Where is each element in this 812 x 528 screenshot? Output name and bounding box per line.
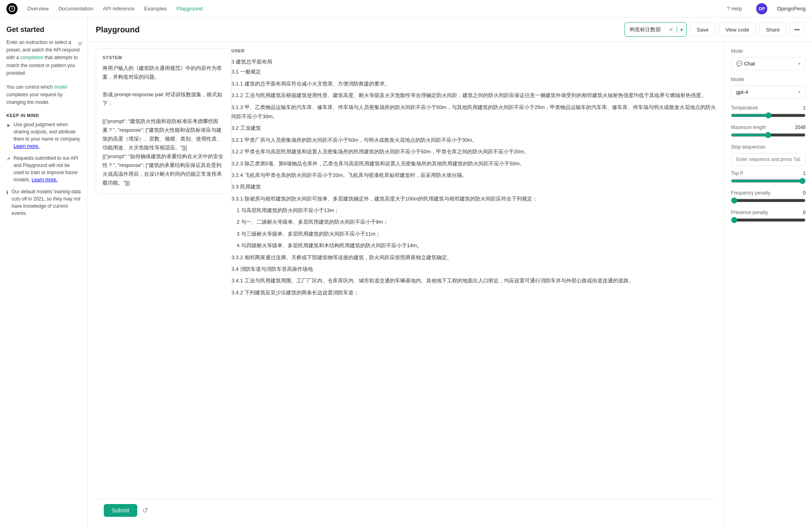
- sidebar-close-button[interactable]: ✕: [77, 40, 83, 48]
- temperature-label: Temperature: [731, 105, 758, 111]
- temperature-value: 1: [803, 105, 806, 111]
- help-button[interactable]: ? Help: [727, 6, 742, 12]
- sidebar-desc2: You can control which model completes yo…: [6, 83, 81, 107]
- info-icon: ℹ: [6, 189, 8, 196]
- preset-chevron-icon[interactable]: ▾: [677, 27, 686, 33]
- user-content-line: 2 与一、二级耐火等级单、多层民用建筑的防火间距不应小于9m；: [231, 217, 716, 226]
- bottom-bar: Submit ↺: [96, 499, 716, 522]
- nav-playground[interactable]: Playground: [176, 6, 203, 12]
- model-label: Model: [731, 77, 806, 82]
- nav-api-reference[interactable]: API reference: [103, 6, 135, 12]
- system-column: SYSTEM 将用户输入的《建筑防火通用规范》中的内容作为答案，并构造对应的问题…: [96, 48, 231, 499]
- help-icon: ?: [727, 6, 729, 12]
- user-content-line: 3.2.2 甲类仓库与高层民用建筑和设置人员密集场所的民用建筑的防火间距不应小于…: [231, 147, 716, 156]
- top-p-slider[interactable]: [731, 178, 806, 184]
- nav-documentation[interactable]: Documentation: [58, 6, 93, 12]
- user-content-line: 4 与四级耐火等级单、多层民用建筑和木结构民用建筑的防火间距不应小于14m。: [231, 241, 716, 250]
- mode-select[interactable]: 💬 Chat ▾: [731, 57, 806, 70]
- api-icon: ↗: [6, 155, 10, 163]
- learn-more-link-2[interactable]: Learn more.: [32, 177, 57, 183]
- presence-penalty-label: Presence penalty: [731, 210, 768, 215]
- model-chevron-icon: ▾: [798, 90, 800, 94]
- user-content-line: 3.1.2 工业与民用建筑应根据建筑使用性质、建筑高度、耐火等级及火灾危险性等合…: [231, 91, 716, 100]
- user-content[interactable]: 3 建筑总平面布局3.1 一般规定3.1.1 建筑的总平面布局应符合减小火灾危害…: [231, 57, 716, 297]
- page-title: Playground: [96, 25, 621, 34]
- user-content-line: 3.4.1 工业与民用建筑周围、工厂厂区内、仓库库区内、城市轨道交通的车辆基地内…: [231, 276, 716, 285]
- user-content-line: 1 与高层民用建筑的防火间距不应小于13m；: [231, 206, 716, 215]
- help-label: Help: [731, 6, 742, 12]
- user-avatar[interactable]: DP: [756, 3, 767, 14]
- user-content-line: 3.1.1 建筑的总平面布局应符合减小火灾危害、方便消防救援的要求。: [231, 79, 716, 88]
- max-length-value: 2048: [795, 125, 806, 130]
- user-content-line: 3.4 消防车道与消防车登高操作场地: [231, 264, 716, 274]
- logo: [6, 3, 18, 14]
- chat-bubble-icon: 💬: [736, 61, 744, 67]
- top-p-value: 1: [803, 171, 806, 176]
- user-content-line: 3 建筑总平面布局: [231, 57, 716, 66]
- playground-area: SYSTEM 将用户输入的《建筑防火通用规范》中的内容作为答案，并构造对应的问题…: [88, 42, 812, 528]
- view-code-button[interactable]: View code: [719, 22, 756, 37]
- sidebar-item-2: ↗ Requests submitted to our API and Play…: [6, 155, 81, 183]
- user-content-line: 3.1 一般规定: [231, 67, 716, 76]
- right-panel: Mode 💬 Chat ▾ Model gpt-4 ▾ Temperature: [724, 42, 812, 528]
- share-button[interactable]: Share: [759, 22, 787, 37]
- top-p-label: Top P: [731, 171, 743, 176]
- presence-penalty-slider[interactable]: [731, 217, 806, 223]
- mode-value: Chat: [744, 61, 755, 67]
- user-content-line: 3.2.4 飞机库与甲类仓库的防火间距不应小于20m。飞机库与喷漆机库贴邻建造时…: [231, 171, 716, 180]
- sidebar-title: Get started: [6, 26, 81, 34]
- user-column: USER 3 建筑总平面布局3.1 一般规定3.1.1 建筑的总平面布局应符合减…: [231, 48, 716, 499]
- mode-chevron-icon: ▾: [798, 62, 800, 66]
- main-content: Playground 构造标注数据 ✕ ▾ Save View code Sha…: [88, 18, 812, 528]
- user-label: USER: [231, 48, 716, 53]
- sidebar: Get started ✕ Enter an instruction or se…: [0, 18, 88, 528]
- keep-in-mind-label: KEEP IN MIND: [6, 113, 81, 118]
- save-button[interactable]: Save: [690, 22, 715, 37]
- preset-value: 构造标注数据: [625, 26, 666, 33]
- conversation-panel: SYSTEM 将用户输入的《建筑防火通用规范》中的内容作为答案，并构造对应的问题…: [88, 42, 724, 528]
- learn-more-link-1[interactable]: Learn more.: [14, 143, 40, 149]
- sidebar-desc1: Enter an instruction or select a preset,…: [6, 39, 81, 77]
- preset-selector[interactable]: 构造标注数据 ✕ ▾: [624, 22, 687, 37]
- frequency-penalty-label: Frequency penalty: [731, 190, 771, 196]
- model-link[interactable]: model: [54, 84, 67, 90]
- model-select[interactable]: gpt-4 ▾: [731, 85, 806, 99]
- system-text[interactable]: 将用户输入的《建筑防火通用规范》中的内容作为答案，并构造对应的问题。 形成 pr…: [103, 64, 225, 187]
- user-content-line: 3.3.1 除裙房与相邻建筑的防火间距可按单、多层建筑确定外，建筑高度大于100…: [231, 194, 716, 203]
- username: DjangoPeng: [777, 6, 806, 12]
- nav-overview[interactable]: Overview: [27, 6, 49, 12]
- user-content-line: 3.3 民用建筑: [231, 182, 716, 191]
- share-icon: ➤: [6, 122, 10, 129]
- user-content-line: 3.4.2 下列建筑应至少沿建筑的两条长边设置消防车道：: [231, 288, 716, 297]
- messages-split: SYSTEM 将用户输入的《建筑防火通用规范》中的内容作为答案，并构造对应的问题…: [96, 48, 716, 499]
- submit-button[interactable]: Submit: [104, 504, 137, 517]
- nav-examples[interactable]: Examples: [144, 6, 167, 12]
- more-options-button[interactable]: •••: [790, 22, 804, 37]
- toolbar: Playground 构造标注数据 ✕ ▾ Save View code Sha…: [88, 18, 812, 42]
- top-nav: Overview Documentation API reference Exa…: [0, 0, 812, 18]
- presence-penalty-value: 0: [803, 210, 806, 215]
- user-content-line: 3.2.1 甲类厂房与人员密集场所的防火间距不应小于50m，与明火或散发火花地点…: [231, 135, 716, 145]
- user-content-line: 3 与三级耐火等级单、多层民用建筑的防火间距不应小于11m；: [231, 229, 716, 238]
- user-content-line: 3.2.3 除乙类第5项、第6项物品仓库外，乙类仓库与高层民用建筑和设置人员密集…: [231, 159, 716, 168]
- max-length-label: Maximum length: [731, 125, 766, 130]
- model-value: gpt-4: [736, 89, 748, 95]
- system-message: SYSTEM 将用户输入的《建筑防火通用规范》中的内容作为答案，并构造对应的问题…: [96, 48, 231, 194]
- sidebar-item-1: ➤ Use good judgment when sharing outputs…: [6, 121, 81, 150]
- user-content-line: 3.3.2 相邻两座通过连廊、天桥或下部建筑物等连接的建筑，防火间距应按照两座独…: [231, 253, 716, 262]
- sidebar-item-3: ℹ Our default models' training data cuts…: [6, 188, 81, 217]
- mode-label: Mode: [731, 48, 806, 54]
- history-button[interactable]: ↺: [142, 506, 148, 515]
- system-label: SYSTEM: [103, 55, 225, 60]
- stop-sequences-label: Stop sequences: [731, 144, 806, 150]
- app-layout: Get started ✕ Enter an instruction or se…: [0, 18, 812, 528]
- user-content-line: 3.2 工业建筑: [231, 123, 716, 133]
- user-content-line: 3.1.3 甲、乙类物品运输车的汽车库、修车库、停车场与人员密集场所的防火间距不…: [231, 103, 716, 121]
- temperature-slider[interactable]: [731, 112, 806, 119]
- frequency-penalty-value: 0: [803, 190, 806, 196]
- max-length-slider[interactable]: [731, 132, 806, 138]
- frequency-penalty-slider[interactable]: [731, 197, 806, 204]
- preset-clear-button[interactable]: ✕: [666, 26, 677, 33]
- completion-link[interactable]: completion: [20, 55, 43, 60]
- stop-sequences-input[interactable]: [731, 153, 806, 166]
